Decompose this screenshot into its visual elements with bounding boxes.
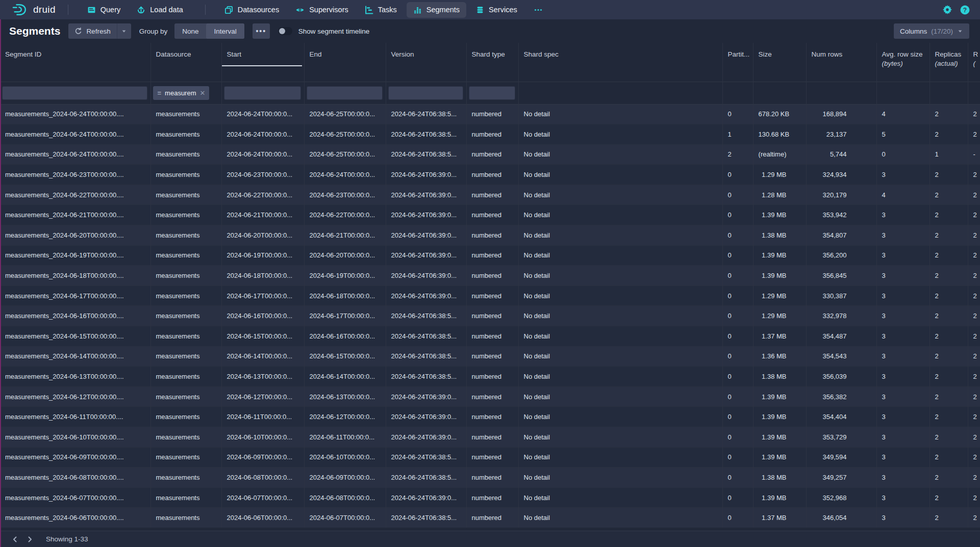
cell-size[interactable]: 1.38 MB [753, 225, 806, 246]
cell-segment-id[interactable]: measurements_2024-06-15T00:00:00.... [0, 326, 150, 347]
cell-clipped[interactable]: 2 [968, 225, 980, 246]
cell-segment-id[interactable]: measurements_2024-06-14T00:00:00.... [0, 346, 150, 367]
cell-end[interactable]: 2024-06-13T00:00:0... [304, 386, 386, 407]
cell-size[interactable]: 1.39 MB [753, 266, 806, 286]
cell-replicas[interactable]: 2 [929, 306, 968, 326]
cell-end[interactable]: 2024-06-08T00:00:0... [304, 487, 386, 508]
cell-avg-row-size[interactable]: 3 [876, 487, 929, 508]
toolbar-more-button[interactable]: ••• [253, 23, 270, 39]
cell-shard-type[interactable]: numbered [466, 346, 518, 367]
cell-end[interactable]: 2024-06-12T00:00:0... [304, 407, 386, 427]
cell-version[interactable]: 2024-06-24T06:38:5... [386, 144, 466, 165]
nav-item-segments[interactable]: Segments [407, 2, 466, 18]
cell-version[interactable]: 2024-06-24T06:38:5... [386, 367, 466, 387]
table-row[interactable]: measurements_2024-06-18T00:00:00.... mea… [0, 266, 980, 286]
cell-avg-row-size[interactable]: 3 [876, 205, 929, 225]
cell-end[interactable]: 2024-06-09T00:00:0... [304, 467, 386, 488]
cell-end[interactable]: 2024-06-16T00:00:0... [304, 326, 386, 347]
cell-replicas[interactable]: 2 [929, 346, 968, 367]
cell-shard-type[interactable]: numbered [466, 487, 518, 508]
cell-num-rows[interactable]: 354,543 [806, 346, 876, 367]
cell-shard-type[interactable]: numbered [466, 205, 518, 225]
cell-shard-type[interactable]: numbered [466, 386, 518, 407]
cell-start[interactable]: 2024-06-12T00:00:0... [221, 386, 304, 407]
help-icon[interactable]: ? [960, 5, 970, 15]
column-header-shard-type[interactable]: Shard type [466, 43, 518, 82]
cell-avg-row-size[interactable]: 3 [876, 285, 929, 306]
cell-partition[interactable]: 2 [722, 144, 753, 165]
cell-avg-row-size[interactable]: 3 [876, 245, 929, 266]
nav-item-query[interactable]: Query [81, 2, 128, 18]
cell-clipped[interactable]: 2 [968, 245, 980, 266]
cell-start[interactable]: 2024-06-20T00:00:0... [221, 225, 304, 246]
cell-size[interactable]: 1.38 MB [753, 367, 806, 387]
cell-shard-spec[interactable]: No detail [518, 124, 722, 145]
cell-shard-spec[interactable]: No detail [518, 407, 722, 427]
cell-start[interactable]: 2024-06-24T00:00:0... [221, 124, 304, 145]
close-icon[interactable]: ✕ [200, 89, 206, 97]
cell-shard-spec[interactable]: No detail [518, 427, 722, 448]
column-header-start[interactable]: Start [221, 43, 304, 82]
cell-shard-spec[interactable]: No detail [518, 367, 722, 387]
cell-num-rows[interactable]: 349,594 [806, 447, 876, 467]
cell-clipped[interactable]: 2 [968, 124, 980, 145]
table-row[interactable]: measurements_2024-06-08T00:00:00.... mea… [0, 467, 980, 488]
cell-datasource[interactable]: measurements [150, 165, 221, 185]
cell-size[interactable]: 1.39 MB [753, 427, 806, 448]
cell-size[interactable]: 1.39 MB [753, 245, 806, 266]
cell-datasource[interactable]: measurements [150, 245, 221, 266]
cell-shard-spec[interactable]: No detail [518, 266, 722, 286]
cell-shard-type[interactable]: numbered [466, 124, 518, 145]
cell-num-rows[interactable]: 353,729 [806, 427, 876, 448]
cell-clipped[interactable]: 2 [968, 367, 980, 387]
cell-shard-type[interactable]: numbered [466, 367, 518, 387]
table-row[interactable]: measurements_2024-06-23T00:00:00.... mea… [0, 165, 980, 185]
cell-partition[interactable]: 0 [722, 508, 753, 528]
cell-replicas[interactable]: 2 [929, 467, 968, 488]
nav-item-tasks[interactable]: Tasks [358, 2, 404, 18]
column-header-version[interactable]: Version [386, 43, 466, 82]
cell-partition[interactable]: 0 [722, 427, 753, 448]
cell-partition[interactable]: 0 [722, 285, 753, 306]
cell-end[interactable]: 2024-06-23T00:00:0... [304, 185, 386, 205]
cell-replicas[interactable]: 2 [929, 165, 968, 185]
cell-size[interactable]: 1.37 MB [753, 508, 806, 528]
refresh-caret-button[interactable] [117, 23, 131, 39]
cell-partition[interactable]: 0 [722, 326, 753, 347]
cell-shard-type[interactable]: numbered [466, 427, 518, 448]
cell-datasource[interactable]: measurements [150, 346, 221, 367]
column-header-clipped[interactable]: R( [968, 43, 980, 82]
datasource-filter-chip[interactable]: = measurem ✕ [153, 86, 210, 100]
segment-id-filter-input[interactable] [2, 86, 147, 100]
cell-avg-row-size[interactable]: 0 [876, 144, 929, 165]
cell-shard-type[interactable]: numbered [466, 266, 518, 286]
cell-version[interactable]: 2024-06-24T06:38:5... [386, 104, 466, 124]
cell-avg-row-size[interactable]: 4 [876, 185, 929, 205]
cell-size[interactable]: (realtime) [753, 144, 806, 165]
table-row[interactable]: measurements_2024-06-10T00:00:00.... mea… [0, 427, 980, 448]
cell-version[interactable]: 2024-06-24T06:39:0... [386, 225, 466, 246]
cell-replicas[interactable]: 2 [929, 124, 968, 145]
cell-end[interactable]: 2024-06-07T00:00:0... [304, 508, 386, 528]
cell-avg-row-size[interactable]: 4 [876, 104, 929, 124]
cell-num-rows[interactable]: 332,978 [806, 306, 876, 326]
table-row[interactable]: measurements_2024-06-24T00:00:00.... mea… [0, 144, 980, 165]
cell-partition[interactable]: 0 [722, 346, 753, 367]
cell-size[interactable]: 1.29 MB [753, 306, 806, 326]
cell-replicas[interactable]: 2 [929, 386, 968, 407]
column-header-avg-row-size[interactable]: Avg. row size(bytes) [876, 43, 929, 82]
nav-more-button[interactable] [527, 2, 549, 18]
cell-version[interactable]: 2024-06-24T06:39:0... [386, 266, 466, 286]
cell-num-rows[interactable]: 354,404 [806, 407, 876, 427]
cell-shard-spec[interactable]: No detail [518, 346, 722, 367]
cell-datasource[interactable]: measurements [150, 508, 221, 528]
cell-replicas[interactable]: 2 [929, 225, 968, 246]
cell-datasource[interactable]: measurements [150, 185, 221, 205]
column-header-end[interactable]: End [304, 43, 386, 82]
version-filter-input[interactable] [388, 86, 463, 100]
cell-datasource[interactable]: measurements [150, 285, 221, 306]
cell-size[interactable]: 1.39 MB [753, 407, 806, 427]
cell-shard-spec[interactable]: No detail [518, 104, 722, 124]
table-row[interactable]: measurements_2024-06-19T00:00:00.... mea… [0, 245, 980, 266]
cell-version[interactable]: 2024-06-24T06:39:0... [386, 386, 466, 407]
